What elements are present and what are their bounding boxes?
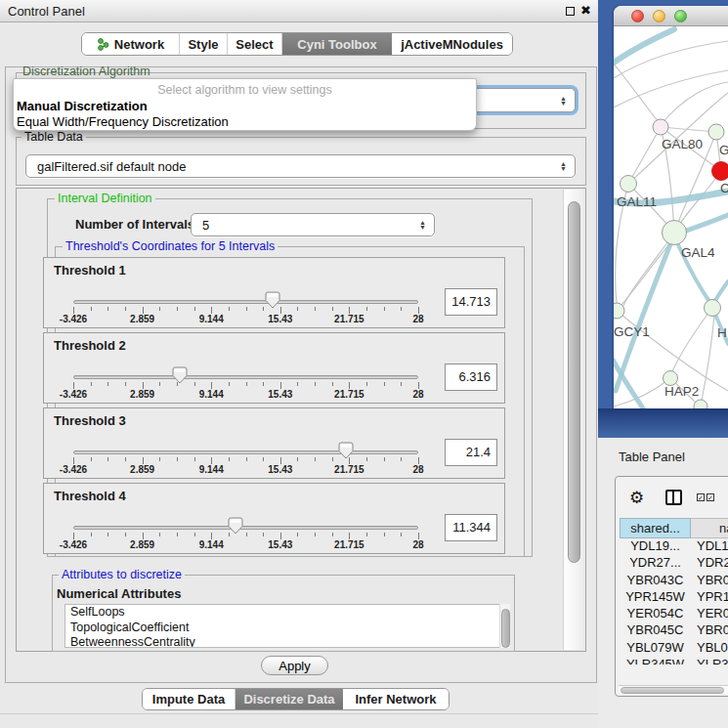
network-edge[interactable] — [614, 70, 728, 107]
tab-cyni-toolbox[interactable]: Cyni Toolbox — [282, 33, 392, 55]
table-row[interactable]: YBL079WYBL0 — [620, 640, 728, 657]
tab-jactivemnodules[interactable]: jActiveMNodules — [392, 33, 512, 55]
scrollbar-thumb[interactable] — [568, 201, 580, 563]
table-data-combo[interactable]: galFiltered.sif default node ▲▼ — [25, 154, 576, 178]
slider-knob[interactable] — [338, 442, 354, 459]
attribute-list-item[interactable]: SelfLoops — [65, 605, 509, 621]
table-hscrollbar-thumb[interactable] — [621, 687, 724, 694]
close-traffic-icon[interactable] — [631, 10, 644, 22]
slider-tick — [297, 533, 298, 536]
apply-button[interactable]: Apply — [261, 656, 328, 675]
tab-select[interactable]: Select — [228, 33, 282, 55]
table-row[interactable]: YLR345WYLR3 — [620, 657, 728, 664]
threshold-value-field[interactable]: 11.344 — [445, 514, 497, 541]
network-node-gal4[interactable] — [663, 221, 687, 245]
network-node[interactable] — [694, 400, 707, 408]
network-edge[interactable] — [661, 82, 728, 125]
tab-discretize-data[interactable]: Discretize Data — [236, 689, 343, 709]
network-edge[interactable] — [614, 378, 670, 407]
columns-icon[interactable] — [665, 490, 682, 505]
numerical-attributes-label: Numerical Attributes — [57, 586, 181, 601]
table-panel-box: ⚙ ✓ ✓ shared...naYDL19...YDL1YDR27...YDR… — [615, 476, 728, 697]
table-row[interactable]: YER054CYER0 — [620, 606, 728, 622]
table-row[interactable]: YDR27...YDR2 — [620, 555, 728, 572]
slider-tick — [401, 382, 402, 386]
network-node-ga[interactable] — [708, 124, 724, 140]
slider-tick — [263, 533, 264, 536]
slider-tick-label: 9.144 — [199, 539, 224, 550]
threshold-panel-2: Threshold 2-3.4262.8599.14415.4321.71528… — [43, 332, 505, 404]
table-row[interactable]: YPR145WYPR1 — [620, 589, 728, 606]
cell-shared-name: YER054C — [620, 606, 691, 622]
slider-track[interactable] — [73, 450, 418, 454]
column-header-shared-name[interactable]: shared... — [620, 518, 691, 538]
network-edge[interactable] — [672, 308, 712, 371]
slider-track[interactable] — [73, 300, 418, 304]
table-hscrollbar-track[interactable] — [619, 685, 728, 694]
threshold-value-field[interactable]: 6.316 — [445, 364, 497, 391]
slider-tick — [366, 382, 367, 386]
list-scrollbar-thumb[interactable] — [501, 609, 510, 648]
tab-impute-data[interactable]: Impute Data — [143, 689, 236, 709]
table-row[interactable]: YBR043CYBR0 — [620, 573, 728, 589]
slider-knob[interactable] — [228, 517, 243, 535]
table-data-combo-value: galFiltered.sif default node — [26, 159, 186, 174]
network-canvas[interactable]: GAL80GACGAL11GAL4GCY1HHAP2 — [614, 26, 728, 408]
algorithm-option-manual[interactable]: Manual Discretization — [17, 99, 148, 113]
network-edge-highlighted[interactable] — [614, 29, 674, 63]
minimize-traffic-icon[interactable] — [653, 10, 665, 22]
slider-tick-label: 28 — [412, 389, 423, 400]
network-edge[interactable] — [702, 316, 714, 401]
slider-knob[interactable] — [265, 291, 280, 309]
network-node-c[interactable] — [712, 162, 728, 181]
num-intervals-combo[interactable]: 5 ▲▼ — [191, 213, 435, 236]
network-node-h[interactable] — [705, 300, 721, 317]
column-header-name[interactable]: na — [691, 518, 728, 538]
slider-tick — [280, 307, 281, 314]
zoom-traffic-icon[interactable] — [674, 10, 687, 22]
close-icon[interactable]: ✖ — [580, 3, 591, 18]
slider-tick — [332, 307, 333, 311]
tab-network[interactable]: Network — [82, 33, 180, 55]
slider-tick — [418, 307, 419, 314]
network-edge[interactable] — [617, 241, 672, 311]
numerical-attributes-list[interactable]: SelfLoopsTopologicalCoefficientBetweenne… — [64, 604, 510, 648]
float-window-icon[interactable] — [566, 7, 575, 16]
attribute-list-item[interactable]: TopologicalCoefficient — [65, 621, 509, 636]
network-node-gal11[interactable] — [621, 176, 637, 193]
slider-track[interactable] — [73, 375, 418, 379]
list-scrollbar-track[interactable] — [499, 604, 510, 648]
slider-track[interactable] — [73, 526, 418, 530]
slider-tick — [263, 382, 264, 386]
threshold-value-field[interactable]: 21.4 — [445, 439, 497, 466]
tab-style[interactable]: Style — [180, 33, 228, 55]
slider-tick — [194, 533, 195, 536]
slider-tick-label: 15.43 — [268, 389, 292, 400]
node-table[interactable]: shared...naYDL19...YDL1YDR27...YDR2YBR04… — [620, 518, 728, 664]
num-intervals-value: 5 — [192, 218, 209, 233]
network-edge[interactable] — [628, 127, 661, 184]
network-edge[interactable] — [614, 41, 728, 78]
tab-label: Impute Data — [152, 692, 225, 707]
table-row[interactable]: YDL19...YDL1 — [620, 538, 728, 555]
network-window-titlebar[interactable] — [614, 6, 728, 26]
network-node-gcy1[interactable] — [614, 303, 624, 319]
attribute-list-item[interactable]: BetweennessCentrality — [65, 635, 509, 648]
slider-tick — [159, 382, 160, 386]
cell-name: YBR0 — [691, 573, 728, 589]
slider-knob[interactable] — [172, 366, 188, 384]
scrollbar-track[interactable] — [563, 190, 583, 650]
table-row[interactable]: YBR045CYBR0 — [620, 622, 728, 639]
network-window[interactable]: GAL80GACGAL11GAL4GCY1HHAP2 — [614, 6, 728, 408]
network-node-gal80[interactable] — [653, 119, 668, 135]
network-edge[interactable] — [614, 64, 661, 125]
gear-icon[interactable]: ⚙ — [629, 488, 644, 508]
slider-tick — [159, 457, 160, 461]
algorithm-option-equal-width[interactable]: Equal Width/Frequency Discretization — [17, 114, 229, 129]
threshold-value-field[interactable]: 14.713 — [445, 288, 497, 316]
tab-infer-network[interactable]: Infer Network — [343, 689, 449, 709]
slider-tick-label: 28 — [412, 314, 423, 324]
slider-tick — [73, 533, 74, 539]
checkboxes-icon[interactable]: ✓ ✓ — [697, 493, 714, 501]
tab-label: Cyni Toolbox — [297, 37, 376, 52]
